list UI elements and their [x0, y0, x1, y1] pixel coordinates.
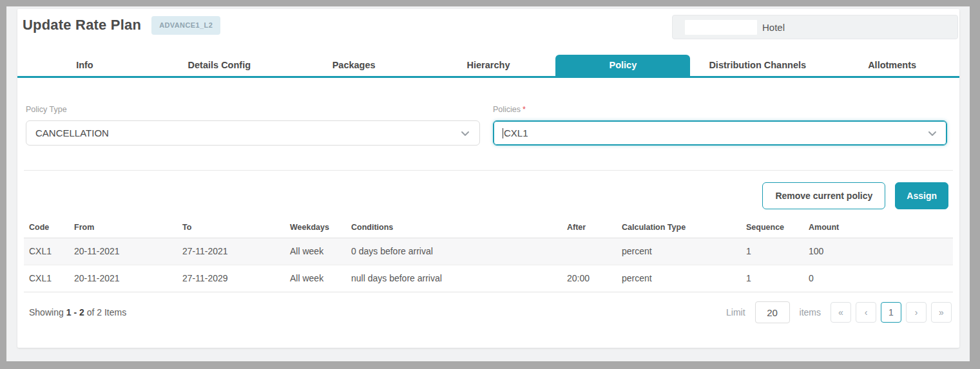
cell-calc: percent	[617, 238, 741, 265]
pagination: Limit items « ‹ 1 › »	[721, 301, 953, 323]
cell-conditions: 0 days before arrival	[346, 238, 562, 265]
tab-packages[interactable]: Packages	[287, 55, 421, 76]
column-header-conditions: Conditions	[346, 217, 562, 238]
tab-label: Packages	[332, 60, 376, 70]
policy-type-select[interactable]: CANCELLATION	[26, 120, 480, 146]
table-header-row: CodeFromToWeekdaysConditionsAfterCalcula…	[24, 217, 953, 238]
column-header-to: To	[177, 217, 285, 238]
prev-page-button[interactable]: ‹	[856, 302, 876, 323]
policy-table: CodeFromToWeekdaysConditionsAfterCalcula…	[24, 217, 953, 292]
policies-field: Policies* CXL1	[493, 105, 947, 146]
policies-label: Policies*	[493, 105, 947, 114]
cell-code: CXL1	[24, 265, 69, 292]
policy-actions: Remove current policy Assign	[17, 171, 959, 209]
column-header-calc: Calculation Type	[617, 217, 741, 238]
hotel-selector[interactable]: Hotel	[672, 15, 958, 39]
page-background: Update Rate Plan ADVANCE1_L2 Hotel InfoD…	[6, 6, 970, 361]
hotel-label: Hotel	[762, 22, 785, 33]
tab-label: Allotments	[868, 60, 916, 70]
next-page-button[interactable]: ›	[906, 302, 927, 323]
cell-after: 20:00	[562, 265, 617, 292]
remove-current-policy-button[interactable]: Remove current policy	[762, 182, 885, 209]
column-header-from: From	[69, 217, 177, 238]
tab-policy[interactable]: Policy	[555, 55, 690, 76]
tab-label: Distribution Channels	[709, 60, 806, 70]
chevron-down-icon	[460, 128, 470, 138]
page-number-button[interactable]: 1	[881, 302, 901, 323]
cell-amount: 0	[803, 265, 953, 292]
tab-distribution-channels[interactable]: Distribution Channels	[690, 55, 825, 76]
first-page-button[interactable]: «	[831, 302, 851, 323]
required-asterisk: *	[523, 105, 526, 114]
column-header-weekdays: Weekdays	[285, 217, 346, 238]
cell-weekdays: All week	[285, 238, 346, 265]
cell-seq: 1	[741, 238, 803, 265]
cell-after	[562, 238, 617, 265]
policy-form: Policy Type CANCELLATION Policies* CXL1	[17, 78, 959, 146]
policy-type-label: Policy Type	[26, 105, 480, 114]
tab-label: Info	[76, 60, 93, 70]
table-body: CXL120-11-202127-11-2021All week0 days b…	[24, 238, 953, 292]
assign-button[interactable]: Assign	[895, 182, 948, 209]
column-header-seq: Sequence	[741, 217, 803, 238]
card-header: Update Rate Plan ADVANCE1_L2 Hotel	[17, 9, 959, 39]
column-header-amount: Amount	[803, 217, 953, 238]
table-footer: Showing 1 - 2 of 2 Items Limit items « ‹…	[24, 292, 953, 323]
cell-amount: 100	[803, 238, 953, 265]
cell-to: 27-11-2021	[177, 238, 285, 265]
table-row: CXL120-11-202127-11-2021All week0 days b…	[24, 238, 953, 265]
text-cursor	[503, 128, 503, 138]
showing-range: 1 - 2	[66, 307, 84, 317]
policies-label-text: Policies	[493, 105, 521, 114]
policy-table-wrap: CodeFromToWeekdaysConditionsAfterCalcula…	[24, 217, 953, 292]
column-header-after: After	[562, 217, 617, 238]
cell-to: 27-11-2029	[177, 265, 285, 292]
rate-plan-code-badge: ADVANCE1_L2	[151, 16, 220, 35]
title-wrap: Update Rate Plan ADVANCE1_L2	[23, 14, 220, 36]
cell-weekdays: All week	[285, 265, 346, 292]
tab-hierarchy[interactable]: Hierarchy	[421, 55, 556, 76]
chevron-down-icon	[927, 128, 937, 138]
last-page-button[interactable]: »	[931, 302, 952, 323]
cell-code: CXL1	[24, 238, 69, 265]
update-rate-plan-card: Update Rate Plan ADVANCE1_L2 Hotel InfoD…	[17, 9, 959, 348]
policy-type-field: Policy Type CANCELLATION	[26, 105, 480, 146]
policies-select[interactable]: CXL1	[493, 120, 947, 146]
tab-details-config[interactable]: Details Config	[152, 55, 287, 76]
tab-label: Details Config	[188, 60, 251, 70]
tab-bar: InfoDetails ConfigPackagesHierarchyPolic…	[17, 55, 959, 78]
items-label: items	[800, 307, 821, 317]
table-row: CXL120-11-202127-11-2029All weeknull day…	[24, 265, 953, 292]
cell-seq: 1	[741, 265, 803, 292]
tab-label: Hierarchy	[467, 60, 510, 70]
showing-prefix: Showing	[29, 307, 64, 317]
policies-value-text: CXL1	[504, 128, 528, 138]
tab-label: Policy	[610, 60, 637, 70]
policies-value: CXL1	[503, 128, 927, 138]
column-header-code: Code	[24, 217, 69, 238]
tab-info[interactable]: Info	[17, 55, 152, 76]
cell-from: 20-11-2021	[69, 238, 177, 265]
tab-allotments[interactable]: Allotments	[825, 55, 959, 76]
page-title: Update Rate Plan	[23, 14, 141, 36]
limit-input[interactable]	[755, 301, 790, 323]
cell-conditions: null days before arrival	[346, 265, 562, 292]
showing-summary: Showing 1 - 2 of 2 Items	[24, 307, 126, 317]
policy-type-value: CANCELLATION	[35, 128, 460, 138]
showing-suffix: of 2 Items	[87, 307, 126, 317]
redacted-hotel-name	[685, 20, 757, 35]
cell-calc: percent	[617, 265, 741, 292]
limit-label: Limit	[726, 307, 745, 317]
cell-from: 20-11-2021	[69, 265, 177, 292]
